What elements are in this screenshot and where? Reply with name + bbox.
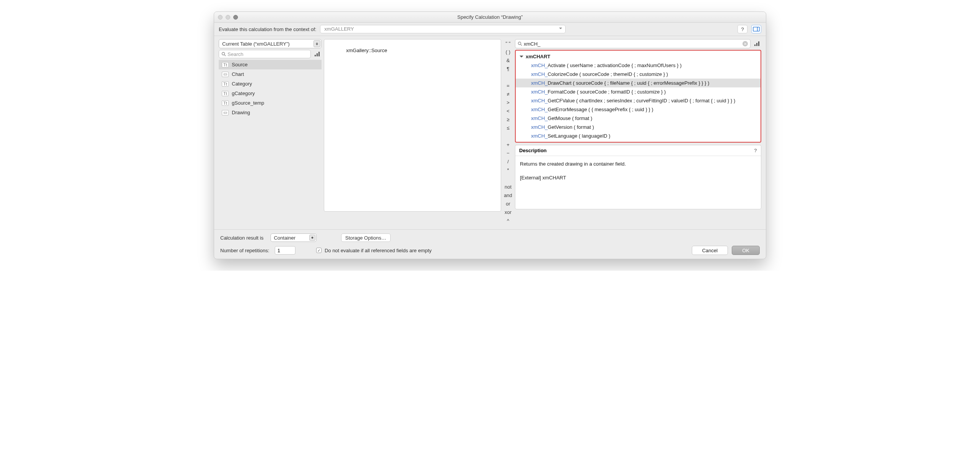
function-prefix: xmCH_	[531, 115, 548, 121]
function-signature: GetVersion ( format )	[548, 124, 594, 130]
operator-¶[interactable]: ¶	[507, 66, 510, 72]
field-item[interactable]: TtSource	[219, 60, 322, 69]
clear-search-icon[interactable]: ✕	[742, 41, 748, 46]
search-icon	[518, 41, 522, 46]
field-name: gCategory	[232, 90, 255, 96]
operator-≥[interactable]: ≥	[506, 117, 509, 123]
function-prefix: xmCH_	[531, 133, 548, 139]
function-signature: ColorizeCode ( sourceCode ; themeID { ; …	[548, 71, 668, 77]
function-sort-button[interactable]	[753, 39, 761, 48]
storage-options-button[interactable]: Storage Options…	[341, 233, 391, 242]
description-line-1: Returns the created drawing in a contain…	[520, 160, 756, 168]
field-sort-button[interactable]	[313, 50, 322, 58]
bars-icon	[754, 41, 760, 46]
field-item[interactable]: ▭Chart	[219, 69, 322, 79]
formula-editor[interactable]: xmGallery::Source	[324, 39, 501, 212]
field-search-input[interactable]: Search	[219, 50, 311, 58]
operator-+[interactable]: +	[506, 142, 510, 148]
function-prefix: xmCH_	[531, 80, 548, 86]
titlebar: Specify Calculation “Drawing”	[214, 12, 766, 23]
function-signature: FormatCode ( sourceCode ; formatID { ; c…	[548, 89, 666, 95]
operator-≤[interactable]: ≤	[506, 125, 509, 131]
table-select-value: Current Table (“xmGALLERY”)	[222, 41, 290, 47]
function-group-header[interactable]: xmCHART	[516, 52, 761, 61]
description-help-icon[interactable]: ?	[754, 148, 757, 153]
svg-point-7	[518, 42, 521, 45]
operator->[interactable]: >	[506, 100, 510, 106]
function-item[interactable]: xmCH_GetVersion ( format )	[516, 123, 761, 131]
operator-^[interactable]: ^	[507, 218, 509, 224]
context-toolbar: Evaluate this calculation from the conte…	[214, 23, 766, 36]
function-group-name: xmCHART	[526, 54, 550, 59]
operator-palette: " "( )&¶=≠><≥≤+−/*notandorxor^	[501, 39, 515, 225]
function-item[interactable]: xmCH_GetErrorMessage ( { messagePrefix {…	[516, 105, 761, 114]
operator-≠[interactable]: ≠	[506, 91, 509, 97]
toggle-layout-button[interactable]	[751, 25, 761, 33]
operator-*[interactable]: *	[507, 167, 509, 173]
function-item[interactable]: xmCH_GetMouse ( format )	[516, 114, 761, 123]
functions-panel: xmCH_ ✕ xmCHART xmCH_Activate ( userName…	[515, 39, 761, 225]
function-item[interactable]: xmCH_GetCFValue ( chartIndex ; seriesInd…	[516, 96, 761, 105]
help-button[interactable]: ?	[737, 25, 747, 33]
field-name: gSource_temp	[232, 100, 264, 106]
operator-and[interactable]: and	[504, 192, 512, 199]
field-type-icon: ▭	[222, 110, 229, 115]
repetitions-input[interactable]	[275, 246, 295, 255]
operator-<[interactable]: <	[506, 108, 510, 114]
repetitions-label: Number of repetitions:	[220, 248, 269, 253]
ok-button[interactable]: OK	[732, 246, 760, 255]
description-title: Description	[519, 148, 547, 153]
operator-−[interactable]: −	[506, 150, 510, 156]
operator-/[interactable]: /	[507, 159, 509, 165]
field-item[interactable]: TtgSource_temp	[219, 98, 322, 108]
field-name: Chart	[232, 71, 244, 77]
do-not-evaluate-checkbox[interactable]: ✓	[316, 248, 322, 253]
window-title: Specify Calculation “Drawing”	[214, 14, 766, 20]
svg-line-3	[224, 55, 226, 56]
svg-rect-11	[758, 41, 759, 46]
field-item[interactable]: TtgCategory	[219, 89, 322, 98]
field-item[interactable]: ▭Drawing	[219, 108, 322, 117]
operator-()[interactable]: ( )	[506, 49, 510, 55]
operator-xor[interactable]: xor	[505, 209, 511, 215]
result-type-select[interactable]: Container	[271, 233, 317, 242]
function-signature: GetMouse ( format )	[548, 115, 592, 121]
function-item[interactable]: xmCH_FormatCode ( sourceCode ; formatID …	[516, 87, 761, 96]
search-icon	[221, 52, 226, 56]
field-search-placeholder: Search	[228, 51, 243, 57]
operator-=[interactable]: =	[506, 83, 510, 89]
function-item[interactable]: xmCH_SetLanguage ( languageID )	[516, 131, 761, 140]
operator-not[interactable]: not	[505, 184, 511, 190]
function-search-input[interactable]: xmCH_ ✕	[515, 39, 751, 48]
function-signature: GetCFValue ( chartIndex ; seriesIndex ; …	[548, 98, 735, 104]
field-name: Drawing	[232, 110, 250, 115]
do-not-evaluate-label: Do not evaluate if all referenced fields…	[325, 248, 432, 253]
stepper-icon	[309, 235, 315, 241]
function-signature: GetErrorMessage ( { messagePrefix { ; uu…	[548, 107, 653, 112]
field-type-icon: Tt	[222, 62, 229, 67]
function-list: xmCHART xmCH_Activate ( userName ; activ…	[515, 50, 761, 143]
context-select[interactable]: xmGALLERY	[320, 25, 566, 33]
footer: Calculation result is Container Storage …	[214, 229, 766, 259]
description-panel: Description ? Returns the created drawin…	[515, 145, 761, 209]
cancel-button[interactable]: Cancel	[692, 246, 728, 255]
context-label: Evaluate this calculation from the conte…	[219, 26, 316, 32]
function-item[interactable]: xmCH_DrawChart ( sourceCode { ; fileName…	[516, 79, 761, 87]
svg-line-8	[521, 44, 522, 46]
field-item[interactable]: TtCategory	[219, 79, 322, 89]
svg-rect-4	[315, 55, 316, 56]
operator-""[interactable]: " "	[506, 41, 511, 47]
function-search-value: xmCH_	[524, 41, 540, 47]
bars-icon	[314, 51, 320, 57]
operator-&[interactable]: &	[506, 58, 510, 64]
split-pane-icon	[753, 26, 760, 32]
svg-rect-6	[318, 52, 320, 56]
table-select[interactable]: Current Table (“xmGALLERY”)	[219, 39, 322, 48]
function-item[interactable]: xmCH_Activate ( userName ; activationCod…	[516, 61, 761, 70]
operator-or[interactable]: or	[506, 201, 510, 207]
result-label: Calculation result is	[220, 235, 264, 241]
function-prefix: xmCH_	[531, 107, 548, 112]
function-item[interactable]: xmCH_ColorizeCode ( sourceCode ; themeID…	[516, 70, 761, 79]
function-signature: DrawChart ( sourceCode { ; fileName { ; …	[548, 80, 709, 86]
function-signature: Activate ( userName ; activationCode { ;…	[548, 62, 681, 68]
